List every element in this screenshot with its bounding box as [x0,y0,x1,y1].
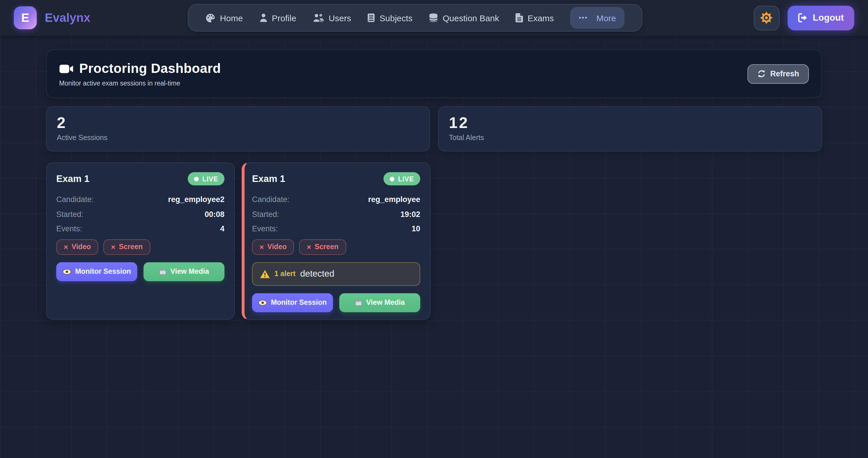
chip-label: Screen [119,243,143,251]
refresh-button[interactable]: Refresh [747,64,809,84]
detail-value: reg_employee2 [168,195,224,204]
chip-label: Screen [315,243,338,251]
close-icon: × [307,242,311,251]
live-label: LIVE [203,175,218,182]
brand-name: Evalynx [45,11,90,25]
nav-item-subjects[interactable]: Subjects [367,13,412,23]
nav-item-profile[interactable]: Profile [259,13,296,23]
session-card: Exam 1 LIVE Candidate: reg_employee2 Sta… [46,162,235,320]
logout-label: Logout [813,12,844,23]
nav-item-question-bank[interactable]: Question Bank [429,13,499,23]
close-icon: × [259,242,264,251]
alert-text: detected [300,269,334,279]
detail-label: Events: [252,224,278,233]
session-actions: Monitor Session View Media [56,262,224,281]
brand-logo-letter: E [21,11,29,25]
detail-value: 00:08 [205,210,224,218]
theme-toggle-button[interactable] [754,5,780,30]
nav-item-label: Subjects [379,13,412,23]
monitor-session-label: Monitor Session [75,267,131,275]
nav-item-exams[interactable]: Exams [516,13,554,23]
sun-icon [761,11,773,24]
view-media-label: View Media [366,298,405,306]
nav-item-label: Question Bank [443,13,499,23]
view-media-label: View Media [170,267,209,275]
nav-item-label: Exams [528,13,554,23]
logout-button[interactable]: Logout [787,5,854,30]
stat-label: Total Alerts [449,134,811,142]
page-title: Proctoring Dashboard [59,61,221,76]
media-file-icon [355,299,362,306]
monitor-session-button[interactable]: Monitor Session [252,293,333,312]
stat-card-total-alerts: 12 Total Alerts [438,106,822,152]
session-card-header: Exam 1 LIVE [56,172,224,185]
live-badge: LIVE [384,172,420,185]
session-card-header: Exam 1 LIVE [252,172,420,185]
detail-row-candidate: Candidate: reg_employee2 [56,195,224,204]
chip-label: Video [267,243,287,251]
refresh-icon [757,69,766,78]
nav-item-label: Profile [272,13,296,23]
alert-banner: 1 alert detected [252,262,420,286]
detail-row-candidate: Candidate: reg_employee [252,195,420,204]
brand-logo-icon: E [14,6,37,29]
monitor-session-label: Monitor Session [271,298,327,306]
page-header-card: Proctoring Dashboard Monitor active exam… [46,50,822,98]
screen-off-chip[interactable]: × Screen [299,239,346,255]
chip-label: Video [71,243,91,251]
monitor-session-button[interactable]: Monitor Session [56,262,137,281]
book-icon [367,13,375,22]
stat-value: 12 [449,114,811,131]
detail-row-started: Started: 00:08 [56,210,224,218]
app-window: E Evalynx Home Profile Users [0,0,868,458]
database-icon [429,13,438,22]
brand[interactable]: E Evalynx [14,6,90,29]
nav-item-home[interactable]: Home [206,13,243,23]
refresh-label: Refresh [770,69,799,78]
palette-icon [206,13,215,23]
session-actions: Monitor Session View Media [252,293,420,312]
media-chips: × Video × Screen [56,239,224,255]
live-dot-icon [390,176,395,181]
screen-off-chip[interactable]: × Screen [104,239,150,255]
video-off-chip[interactable]: × Video [252,239,294,255]
live-label: LIVE [398,175,414,182]
view-media-button[interactable]: View Media [339,293,420,312]
page-title-text: Proctoring Dashboard [79,61,221,76]
file-lines-icon [516,13,523,22]
detail-row-events: Events: 4 [56,224,224,233]
detail-value: 19:02 [400,210,420,218]
detail-label: Started: [252,210,279,218]
detail-value: 4 [220,224,224,233]
nav-item-more[interactable]: ••• More [570,7,625,29]
user-icon [259,13,267,22]
detail-value: 10 [412,224,420,233]
media-chips: × Video × Screen [252,239,420,255]
nav-item-label: More [596,13,616,23]
detail-value: reg_employee [368,195,420,204]
logout-icon [798,13,808,22]
live-dot-icon [194,176,199,181]
video-camera-icon [59,63,74,74]
nav-item-label: Users [329,13,351,23]
stat-card-active-sessions: 2 Active Sessions [46,106,430,152]
sessions-row: Exam 1 LIVE Candidate: reg_employee2 Sta… [46,162,822,320]
navbar: E Evalynx Home Profile Users [0,0,868,36]
detail-label: Events: [56,224,82,233]
close-icon: × [111,242,115,251]
users-gear-icon [313,13,324,22]
detail-label: Candidate: [56,195,94,204]
page-header-text: Proctoring Dashboard Monitor active exam… [59,61,221,87]
nav-item-label: Home [220,13,243,23]
view-media-button[interactable]: View Media [144,262,224,281]
stat-label: Active Sessions [57,134,419,142]
media-file-icon [159,268,166,275]
session-title: Exam 1 [56,173,90,184]
detail-row-started: Started: 19:02 [252,210,420,218]
session-details: Candidate: reg_employee2 Started: 00:08 … [56,195,224,233]
session-card-alerted: Exam 1 LIVE Candidate: reg_employee Star… [242,162,431,320]
warning-icon [260,269,270,278]
video-off-chip[interactable]: × Video [56,239,98,255]
ellipsis-icon: ••• [579,14,588,22]
nav-item-users[interactable]: Users [313,13,351,23]
